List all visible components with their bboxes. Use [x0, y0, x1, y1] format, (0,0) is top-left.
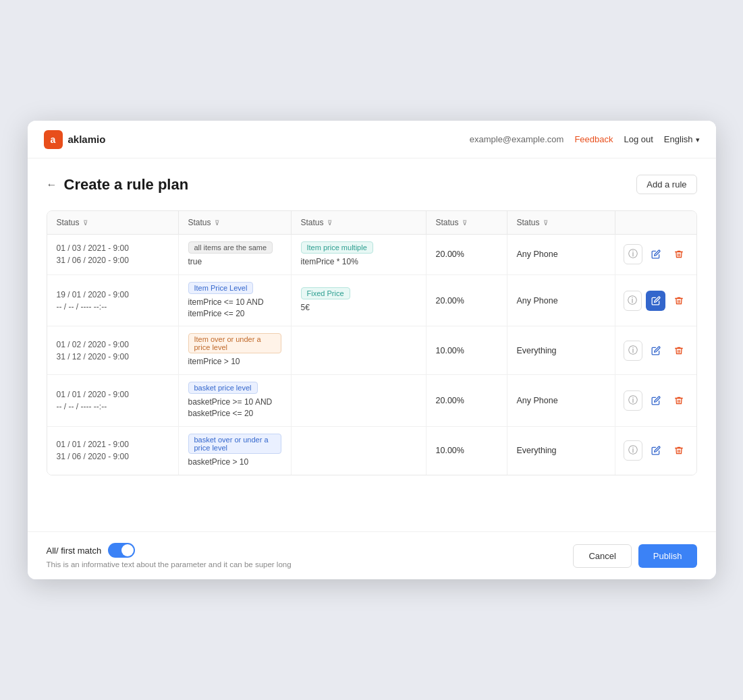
row-date: 01 / 01 / 2020 - 9:00 -- / -- / ---- --:… [47, 375, 179, 426]
add-rule-button[interactable]: Add a rule [636, 175, 696, 194]
header: a aklamio example@example.com Feedback L… [28, 121, 716, 158]
logout-button[interactable]: Log out [624, 134, 653, 144]
delete-button[interactable] [669, 390, 688, 411]
row-actions: ⓘ [615, 326, 696, 374]
row-condition: basket over or under a price level baske… [179, 427, 292, 475]
header-left: a aklamio [44, 130, 106, 149]
title-left: ← Create a rule plan [47, 176, 189, 194]
cancel-button[interactable]: Cancel [573, 544, 631, 568]
edit-button[interactable] [646, 440, 665, 461]
row-target: Everything [507, 427, 615, 475]
info-button[interactable]: ⓘ [624, 244, 642, 264]
edit-button[interactable] [646, 390, 665, 411]
row-price [292, 427, 426, 475]
footer-info-text: This is an informative text about the pa… [47, 560, 292, 568]
filter-icon-3: ⊽ [327, 219, 332, 227]
row-discount: 20.00% [426, 375, 507, 426]
language-label: English [664, 134, 693, 144]
th-status-2[interactable]: Status ⊽ [179, 211, 292, 234]
row-date: 19 / 01 / 2020 - 9:00 -- / -- / ---- --:… [47, 275, 179, 326]
feedback-button[interactable]: Feedback [574, 134, 613, 144]
th-status-3-label: Status [301, 218, 324, 227]
info-button[interactable]: ⓘ [624, 341, 642, 361]
info-button[interactable]: ⓘ [624, 440, 642, 461]
edit-button[interactable] [646, 341, 665, 361]
row-discount: 10.00% [426, 427, 507, 475]
row-price: Fixed Price 5€ [292, 275, 426, 326]
brand-name: aklamio [68, 134, 106, 145]
row-actions: ⓘ [615, 235, 696, 274]
filter-icon-1: ⊽ [83, 219, 88, 227]
row-actions: ⓘ [615, 375, 696, 426]
logo-icon: a [44, 130, 63, 149]
edit-button[interactable] [646, 291, 665, 311]
row-target: Everything [507, 326, 615, 374]
page-title-row: ← Create a rule plan Add a rule [47, 175, 697, 194]
back-button[interactable]: ← [47, 179, 57, 191]
table-row: 01 / 01 / 2021 - 9:00 31 / 06 / 2020 - 9… [47, 427, 696, 475]
th-status-5[interactable]: Status ⊽ [507, 211, 615, 234]
row-actions: ⓘ [615, 427, 696, 475]
toggle-label: All/ first match [47, 546, 102, 556]
filter-icon-2: ⊽ [215, 219, 219, 227]
table-row: 01 / 03 / 2021 - 9:00 31 / 06 / 2020 - 9… [47, 235, 696, 275]
row-actions: ⓘ [615, 275, 696, 326]
footer-left: All/ first match This is an informative … [47, 543, 292, 568]
row-price [292, 326, 426, 374]
th-status-5-label: Status [517, 218, 540, 227]
table-header: Status ⊽ Status ⊽ Status ⊽ Status ⊽ Stat… [47, 211, 696, 235]
edit-button[interactable] [646, 244, 665, 264]
chevron-down-icon [696, 134, 700, 144]
table-row: 19 / 01 / 2020 - 9:00 -- / -- / ---- --:… [47, 275, 696, 327]
user-email: example@example.com [470, 134, 564, 144]
row-condition: Item Price Level itemPrice <= 10 AND ite… [179, 275, 292, 326]
th-status-1[interactable]: Status ⊽ [47, 211, 179, 234]
row-target: Any Phone [507, 275, 615, 326]
row-target: Any Phone [507, 235, 615, 274]
th-actions [615, 211, 696, 234]
th-status-2-label: Status [188, 218, 211, 227]
filter-icon-4: ⊽ [462, 219, 467, 227]
th-status-1-label: Status [57, 218, 80, 227]
row-price: Item price multiple itemPrice * 10% [292, 235, 426, 274]
publish-button[interactable]: Publish [638, 544, 697, 568]
content-area: ← Create a rule plan Add a rule Status ⊽… [28, 158, 716, 531]
header-right: example@example.com Feedback Log out Eng… [470, 134, 700, 144]
info-button[interactable]: ⓘ [624, 390, 642, 411]
delete-button[interactable] [669, 244, 688, 264]
delete-button[interactable] [669, 291, 688, 311]
all-first-match-toggle[interactable] [108, 543, 135, 558]
row-discount: 20.00% [426, 275, 507, 326]
th-status-4-label: Status [436, 218, 459, 227]
row-condition: basket price level basketPrice >= 10 AND… [179, 375, 292, 426]
page-title: Create a rule plan [64, 176, 189, 194]
row-price [292, 375, 426, 426]
row-discount: 20.00% [426, 235, 507, 274]
row-target: Any Phone [507, 375, 615, 426]
row-date: 01 / 02 / 2020 - 9:00 31 / 12 / 2020 - 9… [47, 326, 179, 374]
modal-container: a aklamio example@example.com Feedback L… [28, 121, 716, 579]
footer-right: Cancel Publish [573, 544, 696, 568]
table-body: 01 / 03 / 2021 - 9:00 31 / 06 / 2020 - 9… [47, 235, 696, 475]
table-row: 01 / 02 / 2020 - 9:00 31 / 12 / 2020 - 9… [47, 326, 696, 375]
rules-table: Status ⊽ Status ⊽ Status ⊽ Status ⊽ Stat… [47, 210, 697, 475]
row-discount: 10.00% [426, 326, 507, 374]
delete-button[interactable] [669, 341, 688, 361]
row-date: 01 / 01 / 2021 - 9:00 31 / 06 / 2020 - 9… [47, 427, 179, 475]
row-condition: Item over or under a price level itemPri… [179, 326, 292, 374]
toggle-row: All/ first match [47, 543, 292, 558]
table-row: 01 / 01 / 2020 - 9:00 -- / -- / ---- --:… [47, 375, 696, 427]
row-date: 01 / 03 / 2021 - 9:00 31 / 06 / 2020 - 9… [47, 235, 179, 274]
th-status-3[interactable]: Status ⊽ [292, 211, 426, 234]
delete-button[interactable] [669, 440, 688, 461]
footer: All/ first match This is an informative … [28, 531, 716, 579]
language-button[interactable]: English [664, 134, 700, 144]
info-button[interactable]: ⓘ [624, 291, 642, 311]
th-status-4[interactable]: Status ⊽ [426, 211, 507, 234]
filter-icon-5: ⊽ [543, 219, 548, 227]
row-condition: all items are the same true [179, 235, 292, 274]
